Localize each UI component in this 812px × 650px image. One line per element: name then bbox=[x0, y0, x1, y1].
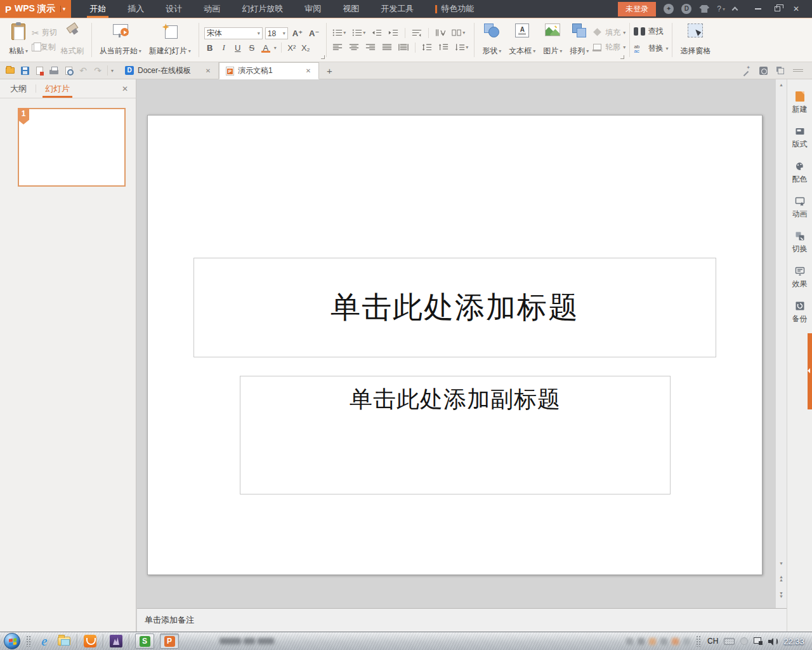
scroll-up-icon[interactable]: ▲ bbox=[776, 83, 787, 88]
restore-button[interactable] bbox=[768, 2, 787, 16]
strikethrough-button[interactable]: S bbox=[246, 43, 258, 53]
taskbar-clock[interactable]: 22:33 bbox=[783, 637, 808, 646]
align-right-button[interactable] bbox=[363, 42, 377, 53]
language-indicator[interactable]: CH bbox=[707, 637, 718, 646]
menu-home[interactable]: 开始 bbox=[79, 0, 117, 18]
sidebar-effect-button[interactable]: 效果 bbox=[787, 260, 812, 295]
print-button[interactable] bbox=[49, 65, 59, 76]
panel-close-icon[interactable]: ✕ bbox=[122, 79, 128, 98]
underline-button[interactable]: U bbox=[232, 43, 244, 53]
docer-cloud-icon[interactable]: D bbox=[681, 4, 691, 14]
keyboard-icon[interactable] bbox=[724, 638, 735, 645]
sidebar-collapse-handle[interactable] bbox=[793, 69, 803, 72]
outline-button[interactable]: 轮廓▾ bbox=[593, 42, 625, 53]
shrink-font-button[interactable]: A⁻ bbox=[307, 29, 321, 38]
taskbar-grip[interactable] bbox=[26, 635, 32, 647]
close-button[interactable]: ✕ bbox=[787, 2, 806, 16]
paste-button[interactable]: 粘贴▾ bbox=[5, 20, 32, 60]
app-logo[interactable]: P WPS 演示 ▾ bbox=[0, 0, 71, 18]
menu-devtools[interactable]: 开发工具 bbox=[370, 0, 424, 18]
line-spacing-button[interactable] bbox=[420, 42, 434, 53]
superscript-button[interactable]: X² bbox=[286, 43, 298, 53]
new-tab-button[interactable]: + bbox=[319, 62, 340, 79]
help-button[interactable]: ?▾ bbox=[717, 4, 725, 13]
save-button[interactable] bbox=[20, 65, 30, 76]
selection-pane-button[interactable]: 选择窗格 bbox=[676, 20, 714, 60]
menu-design[interactable]: 设计 bbox=[155, 0, 193, 18]
sidebar-layout-button[interactable]: 版式 bbox=[787, 121, 812, 156]
menu-slideshow[interactable]: 幻灯片放映 bbox=[231, 0, 294, 18]
qat-customize-caret-icon[interactable]: ▾ bbox=[107, 65, 114, 76]
shape-dialog-launcher-icon[interactable] bbox=[620, 55, 624, 59]
tab-presentation1-close-icon[interactable]: ✕ bbox=[304, 66, 312, 76]
find-button[interactable]: 查找 bbox=[634, 26, 668, 37]
volume-icon[interactable] bbox=[768, 637, 778, 646]
decrease-indent-button[interactable] bbox=[370, 27, 384, 38]
menu-animation[interactable]: 动画 bbox=[193, 0, 231, 18]
quick-tools-icon[interactable] bbox=[742, 66, 750, 75]
tab-outline[interactable]: 大纲 bbox=[8, 79, 29, 98]
app-menu-caret-icon[interactable]: ▾ bbox=[60, 6, 68, 12]
tray-status-icon[interactable] bbox=[740, 637, 748, 645]
tab-slides[interactable]: 幻灯片 bbox=[43, 79, 72, 98]
fill-button[interactable]: 填充▾ bbox=[593, 27, 625, 38]
minimize-button[interactable] bbox=[749, 2, 768, 16]
sidebar-new-button[interactable]: 新建 bbox=[787, 86, 812, 121]
taskbar-wps-presentation-button[interactable]: P bbox=[160, 633, 179, 649]
next-slide-button[interactable]: ▼▼ bbox=[776, 592, 787, 598]
bullets-button[interactable]: ▾ bbox=[331, 27, 348, 38]
title-placeholder[interactable]: 单击此处添加标题 bbox=[193, 258, 716, 357]
textbox-button[interactable]: A 文本框▾ bbox=[505, 20, 539, 60]
format-painter-button[interactable]: 格式刷 bbox=[57, 20, 88, 60]
slide-thumbnail-1[interactable]: 1 bbox=[18, 108, 126, 187]
copy-button[interactable]: 复制 bbox=[32, 42, 57, 53]
taskbar-media-button[interactable] bbox=[109, 634, 123, 648]
sidebar-backup-button[interactable]: 备份 bbox=[787, 295, 812, 330]
picture-button[interactable]: 图片▾ bbox=[539, 20, 566, 60]
align-center-button[interactable] bbox=[347, 42, 361, 53]
tray-hidden-icons[interactable] bbox=[626, 638, 690, 645]
replace-button[interactable]: abac 替换▾ bbox=[634, 43, 668, 54]
shapes-button[interactable]: 形状▾ bbox=[478, 20, 505, 60]
taskbar-wps-spreadsheet-button[interactable]: S bbox=[135, 633, 154, 649]
collapse-ribbon-icon[interactable] bbox=[732, 7, 738, 13]
tab-docer[interactable]: D Docer-在线模板 ✕ bbox=[119, 62, 219, 79]
play-from-current-button[interactable]: 从当前开始▾ bbox=[96, 20, 145, 60]
taskpane-expand-handle[interactable] bbox=[808, 333, 812, 409]
align-left-button[interactable] bbox=[331, 42, 344, 53]
skin-icon[interactable] bbox=[699, 5, 709, 13]
arrange-button[interactable]: 排列▾ bbox=[566, 20, 593, 60]
text-direction-button[interactable] bbox=[433, 27, 447, 38]
menu-special-features[interactable]: 特色功能 bbox=[424, 0, 485, 18]
menu-review[interactable]: 审阅 bbox=[294, 0, 332, 18]
tray-grip[interactable] bbox=[696, 635, 702, 647]
sidebar-color-scheme-button[interactable]: 配色 bbox=[787, 156, 812, 190]
para-spacing-before-button[interactable] bbox=[436, 42, 450, 53]
undo-button[interactable]: ↶ bbox=[78, 65, 88, 76]
redo-button[interactable]: ↷ bbox=[93, 65, 103, 76]
export-pdf-button[interactable] bbox=[34, 65, 44, 76]
notes-area[interactable]: 单击添加备注 bbox=[137, 608, 787, 632]
sidebar-transition-button[interactable]: 切换 bbox=[787, 225, 812, 260]
tab-presentation1[interactable]: P 演示文稿1 ✕ bbox=[219, 62, 319, 79]
arrange-windows-icon[interactable] bbox=[776, 67, 784, 74]
network-icon[interactable] bbox=[754, 637, 763, 645]
menu-view[interactable]: 视图 bbox=[332, 0, 370, 18]
subtitle-placeholder[interactable]: 单击此处添加副标题 bbox=[240, 376, 671, 494]
login-button[interactable]: 未登录 bbox=[618, 2, 656, 17]
distribute-button[interactable] bbox=[396, 42, 410, 53]
start-button[interactable] bbox=[4, 633, 20, 649]
open-button[interactable] bbox=[5, 65, 15, 76]
taskbar-explorer-button[interactable] bbox=[57, 634, 71, 648]
member-icon[interactable]: ✦ bbox=[664, 4, 674, 14]
font-dialog-launcher-icon[interactable] bbox=[321, 55, 325, 59]
numbering-button[interactable]: ▾ bbox=[350, 27, 367, 38]
increase-indent-button[interactable] bbox=[386, 27, 400, 38]
paragraph-wrap-button[interactable] bbox=[410, 27, 424, 38]
font-color-button[interactable]: A bbox=[260, 43, 272, 53]
print-preview-button[interactable] bbox=[63, 65, 74, 76]
new-slide-button[interactable]: 新建幻灯片▾ bbox=[145, 20, 195, 60]
slide-canvas[interactable]: 单击此处添加标题 单击此处添加副标题 bbox=[147, 115, 763, 575]
font-name-select[interactable]: 宋体▾ bbox=[204, 27, 263, 39]
para-spacing-after-button[interactable]: ▾ bbox=[453, 42, 470, 53]
